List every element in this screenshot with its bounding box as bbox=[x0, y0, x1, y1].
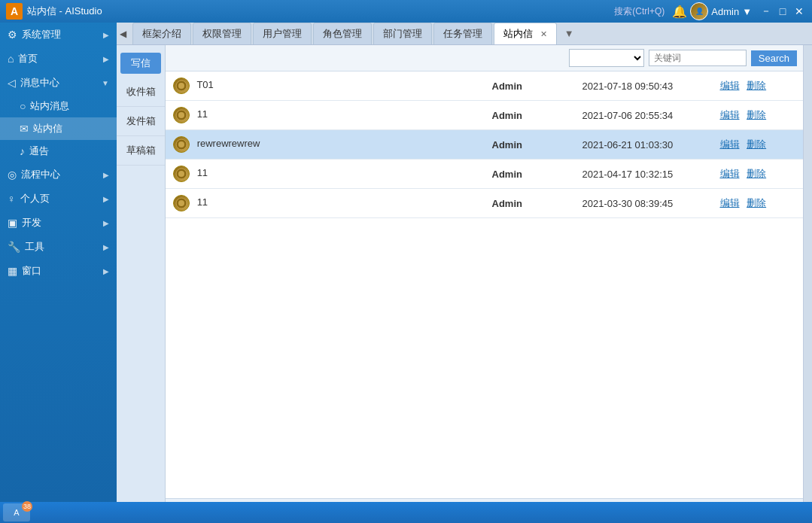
maximize-button[interactable]: □ bbox=[776, 5, 789, 18]
delete-link[interactable]: 删除 bbox=[747, 109, 766, 120]
inbox-button[interactable]: 收件箱 bbox=[117, 78, 165, 107]
msg-avatar bbox=[173, 166, 190, 182]
msg-sender: Admin bbox=[485, 101, 575, 130]
svg-point-9 bbox=[178, 200, 184, 206]
msg-title-cell: 11 bbox=[166, 160, 485, 189]
msg-date: 2021-07-18 09:50:43 bbox=[575, 71, 710, 101]
user-dropdown-icon[interactable]: ▼ bbox=[742, 6, 752, 17]
window-icon: ▦ bbox=[8, 265, 17, 277]
scroll-track[interactable] bbox=[803, 45, 812, 523]
tools-icon: 🔧 bbox=[8, 241, 20, 253]
tab-dept[interactable]: 部门管理 bbox=[373, 23, 432, 44]
tab-framework-label: 框架介绍 bbox=[142, 28, 181, 39]
sidebar-item-system[interactable]: ⚙ 系统管理 ▶ bbox=[0, 23, 117, 47]
tab-role[interactable]: 角色管理 bbox=[313, 23, 372, 44]
msg-actions: 编辑 删除 bbox=[710, 160, 804, 189]
chevron-right-icon: ▶ bbox=[103, 195, 109, 203]
msg-sender: Admin bbox=[485, 160, 575, 189]
msg-actions: 编辑 删除 bbox=[710, 130, 804, 160]
delete-link[interactable]: 删除 bbox=[747, 168, 766, 179]
msg-sender: Admin bbox=[485, 189, 575, 218]
tab-permission[interactable]: 权限管理 bbox=[193, 23, 251, 44]
tab-task[interactable]: 任务管理 bbox=[433, 23, 492, 44]
edit-link[interactable]: 编辑 bbox=[720, 138, 740, 150]
person-icon: ♀ bbox=[8, 193, 16, 205]
messages-container: T01 Admin 2021-07-18 09:50:43 编辑 删除 11 A… bbox=[166, 71, 803, 498]
write-button[interactable]: 写信 bbox=[120, 53, 161, 74]
msg-title: T01 bbox=[196, 79, 213, 90]
sidebar-item-window[interactable]: ▦ 窗口 ▶ bbox=[0, 259, 117, 283]
tab-close-icon[interactable]: ✕ bbox=[540, 29, 547, 38]
msg-avatar bbox=[173, 195, 190, 211]
msg-actions: 编辑 删除 bbox=[710, 71, 804, 101]
svg-point-1 bbox=[178, 83, 184, 89]
search-input[interactable] bbox=[649, 50, 747, 66]
taskbar-badge: 38 bbox=[22, 501, 32, 512]
delete-link[interactable]: 删除 bbox=[747, 138, 766, 150]
sidebar-label-message: 消息中心 bbox=[20, 76, 59, 90]
sidebar-item-station-letter[interactable]: ✉ 站内信 bbox=[0, 117, 117, 140]
msg-sender: Admin bbox=[485, 71, 575, 101]
edit-link[interactable]: 编辑 bbox=[720, 197, 740, 208]
sidebar-label-system: 系统管理 bbox=[22, 28, 61, 41]
sidebar-item-message[interactable]: ◁ 消息中心 ▼ bbox=[0, 71, 117, 95]
msg-avatar bbox=[173, 78, 190, 94]
search-button[interactable]: Search bbox=[751, 50, 797, 66]
titlebar: A 站内信 - AIStudio 搜索(Ctrl+Q) 🔔 👤 Admin ▼ … bbox=[0, 0, 812, 23]
filter-select[interactable] bbox=[569, 49, 644, 67]
sidebar-item-flow[interactable]: ◎ 流程中心 ▶ bbox=[0, 163, 117, 187]
tab-user[interactable]: 用户管理 bbox=[253, 23, 312, 44]
inner-layout: 写信 收件箱 发件箱 草稿箱 Search bbox=[117, 45, 812, 523]
table-row[interactable]: 11 Admin 2021-04-17 10:32:15 编辑 删除 bbox=[166, 160, 803, 189]
delete-link[interactable]: 删除 bbox=[747, 80, 766, 91]
svg-point-5 bbox=[178, 141, 184, 147]
sidebar-item-dev[interactable]: ▣ 开发 ▶ bbox=[0, 211, 117, 235]
toolbar-row: Search bbox=[166, 45, 803, 71]
sidebar-label-flow: 流程中心 bbox=[21, 168, 60, 181]
msg-title: 11 bbox=[197, 167, 208, 178]
sent-button[interactable]: 发件箱 bbox=[117, 107, 165, 136]
tab-scroll-left-icon[interactable]: ◀ bbox=[117, 29, 129, 39]
svg-point-3 bbox=[178, 112, 184, 118]
msg-date: 2021-07-06 20:55:34 bbox=[575, 101, 710, 130]
close-button[interactable]: ✕ bbox=[792, 5, 806, 18]
edit-link[interactable]: 编辑 bbox=[720, 80, 740, 91]
edit-link[interactable]: 编辑 bbox=[720, 109, 740, 120]
sidebar-item-personal[interactable]: ♀ 个人页 ▶ bbox=[0, 187, 117, 211]
sidebar-item-home[interactable]: ⌂ 首页 ▶ bbox=[0, 47, 117, 71]
avatar: 👤 bbox=[690, 2, 708, 20]
tab-user-label: 用户管理 bbox=[263, 28, 302, 39]
tab-letter[interactable]: 站内信 ✕ bbox=[494, 23, 557, 44]
taskbar-logo: A bbox=[14, 508, 19, 517]
edit-link[interactable]: 编辑 bbox=[720, 168, 740, 179]
table-area: Search T01 Admin 2021-07-18 09:50:43 编辑 … bbox=[166, 45, 803, 523]
msg-avatar bbox=[173, 107, 190, 123]
chevron-down-icon: ▼ bbox=[102, 79, 109, 87]
table-row[interactable]: T01 Admin 2021-07-18 09:50:43 编辑 删除 bbox=[166, 71, 803, 101]
sidebar-item-tools[interactable]: 🔧 工具 ▶ bbox=[0, 235, 117, 259]
sidebar-label-window: 窗口 bbox=[22, 264, 41, 278]
tab-framework[interactable]: 框架介绍 bbox=[132, 23, 191, 44]
msg-date: 2021-03-30 08:39:45 bbox=[575, 189, 710, 218]
minimize-button[interactable]: － bbox=[759, 5, 773, 18]
table-row[interactable]: 11 Admin 2021-03-30 08:39:45 编辑 删除 bbox=[166, 189, 803, 218]
sidebar-label-personal: 个人页 bbox=[20, 192, 50, 205]
app-logo: A bbox=[6, 3, 23, 20]
table-row[interactable]: rewrewrewrew Admin 2021-06-21 01:03:30 编… bbox=[166, 130, 803, 160]
draft-button[interactable]: 草稿箱 bbox=[117, 136, 165, 166]
msg-date: 2021-06-21 01:03:30 bbox=[575, 130, 710, 160]
sidebar-item-station-msg[interactable]: ○ 站内消息 bbox=[0, 95, 117, 117]
sidebar-item-notice[interactable]: ♪ 通告 bbox=[0, 140, 117, 163]
username: Admin bbox=[711, 6, 739, 17]
tab-scroll-right-icon[interactable]: ▼ bbox=[560, 26, 579, 41]
msg-actions: 编辑 删除 bbox=[710, 189, 804, 218]
table-row[interactable]: 11 Admin 2021-07-06 20:55:34 编辑 删除 bbox=[166, 101, 803, 130]
sidebar-label-notice: 通告 bbox=[29, 144, 49, 158]
titlebar-search[interactable]: 搜索(Ctrl+Q) bbox=[614, 5, 665, 18]
taskbar-app[interactable]: A 38 bbox=[3, 503, 30, 521]
dev-icon: ▣ bbox=[8, 217, 17, 229]
bell-icon[interactable]: 🔔 bbox=[672, 5, 687, 19]
delete-link[interactable]: 删除 bbox=[747, 197, 766, 208]
main-container: ⚙ 系统管理 ▶ ⌂ 首页 ▶ ◁ 消息中心 ▼ ○ 站内消息 ✉ 站内信 ♪ … bbox=[0, 23, 812, 523]
chevron-right-icon: ▶ bbox=[103, 243, 109, 251]
